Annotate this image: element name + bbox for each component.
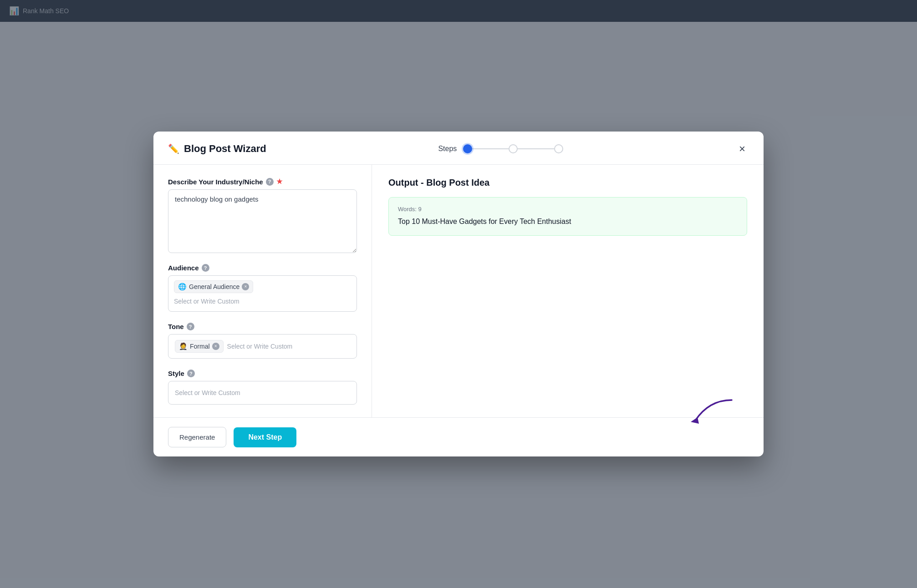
tone-remove-button[interactable]: × bbox=[212, 343, 219, 350]
svg-marker-0 bbox=[691, 417, 699, 424]
audience-emoji: 🌐 bbox=[178, 283, 187, 291]
left-panel: Describe Your Industry/Niche ? ★ technol… bbox=[153, 165, 372, 417]
audience-tags-input[interactable]: 🌐 General Audience × Select or Write Cus… bbox=[168, 275, 357, 312]
wizard-icon: ✏️ bbox=[168, 143, 179, 154]
tone-input[interactable]: 🤵 Formal × Select or Write Custom bbox=[168, 334, 357, 359]
output-card: Words: 9 Top 10 Must-Have Gadgets for Ev… bbox=[388, 197, 747, 236]
step-3-dot[interactable] bbox=[554, 144, 563, 153]
right-panel: Output - Blog Post Idea Words: 9 Top 10 … bbox=[372, 165, 764, 417]
style-input[interactable]: Select or Write Custom bbox=[168, 381, 357, 405]
step-1-dot[interactable] bbox=[463, 144, 472, 153]
steps-track bbox=[463, 144, 563, 153]
tone-label: Tone ? bbox=[168, 323, 357, 330]
tone-chip-label: Formal bbox=[190, 343, 210, 350]
audience-chip-label: General Audience bbox=[189, 283, 239, 290]
tone-placeholder: Select or Write Custom bbox=[227, 343, 293, 350]
next-step-button[interactable]: Next Step bbox=[234, 427, 296, 447]
tone-field-group: Tone ? 🤵 Formal × Select or Write Custom bbox=[168, 323, 357, 359]
style-field-group: Style ? Select or Write Custom bbox=[168, 370, 357, 405]
audience-remove-button[interactable]: × bbox=[242, 283, 249, 290]
style-placeholder: Select or Write Custom bbox=[175, 389, 240, 396]
style-label: Style ? bbox=[168, 370, 357, 377]
tone-formal-chip: 🤵 Formal × bbox=[175, 340, 224, 353]
industry-required: ★ bbox=[276, 177, 282, 186]
modal-header: ✏️ Blog Post Wizard Steps × bbox=[153, 132, 764, 165]
audience-general-chip: 🌐 General Audience × bbox=[174, 280, 253, 293]
audience-label: Audience ? bbox=[168, 264, 357, 272]
industry-textarea[interactable]: technology blog on gadgets bbox=[168, 189, 357, 253]
modal-footer: Regenerate Next Step bbox=[153, 417, 764, 456]
output-text: Top 10 Must-Have Gadgets for Every Tech … bbox=[398, 216, 738, 227]
close-button[interactable]: × bbox=[735, 142, 749, 156]
style-help-icon[interactable]: ? bbox=[187, 370, 195, 377]
industry-help-icon[interactable]: ? bbox=[266, 178, 274, 186]
modal-title-group: ✏️ Blog Post Wizard bbox=[168, 143, 266, 155]
audience-placeholder: Select or Write Custom bbox=[174, 297, 351, 306]
industry-label: Describe Your Industry/Niche ? ★ bbox=[168, 177, 357, 186]
output-words: Words: 9 bbox=[398, 206, 738, 213]
audience-help-icon[interactable]: ? bbox=[202, 264, 209, 272]
steps-group: Steps bbox=[438, 144, 563, 153]
tone-emoji: 🤵 bbox=[179, 342, 188, 350]
audience-tag-row: 🌐 General Audience × bbox=[174, 280, 351, 293]
audience-field-group: Audience ? 🌐 General Audience × Select o… bbox=[168, 264, 357, 312]
steps-label: Steps bbox=[438, 145, 457, 153]
output-title: Output - Blog Post Idea bbox=[388, 177, 747, 188]
modal-title: Blog Post Wizard bbox=[184, 143, 266, 155]
industry-field-group: Describe Your Industry/Niche ? ★ technol… bbox=[168, 177, 357, 253]
step-2-dot[interactable] bbox=[509, 144, 518, 153]
blog-post-wizard-modal: ✏️ Blog Post Wizard Steps × Describe Y bbox=[153, 132, 764, 456]
regenerate-button[interactable]: Regenerate bbox=[168, 427, 226, 447]
modal-body: Describe Your Industry/Niche ? ★ technol… bbox=[153, 165, 764, 417]
tone-help-icon[interactable]: ? bbox=[187, 323, 194, 330]
